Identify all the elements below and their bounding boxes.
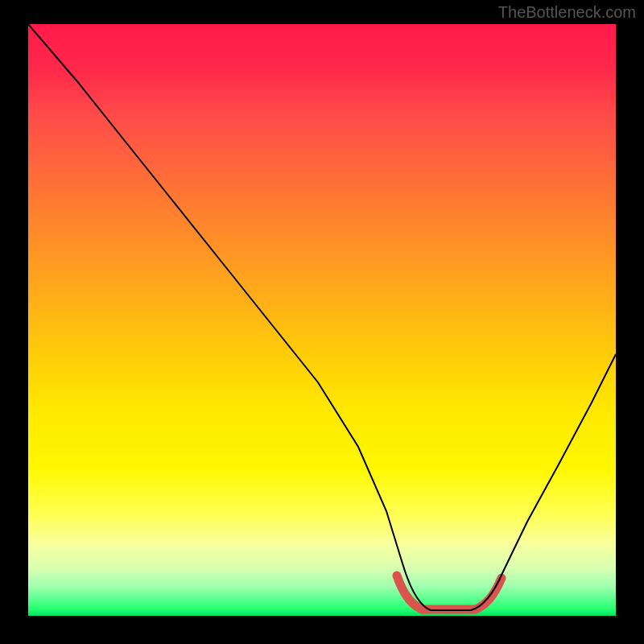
bottleneck-curve: [28, 24, 616, 610]
accent-highlight: [397, 576, 502, 609]
chart-plot-area: [28, 24, 616, 616]
chart-svg: [28, 24, 616, 616]
watermark-text: TheBottleneck.com: [498, 3, 636, 22]
